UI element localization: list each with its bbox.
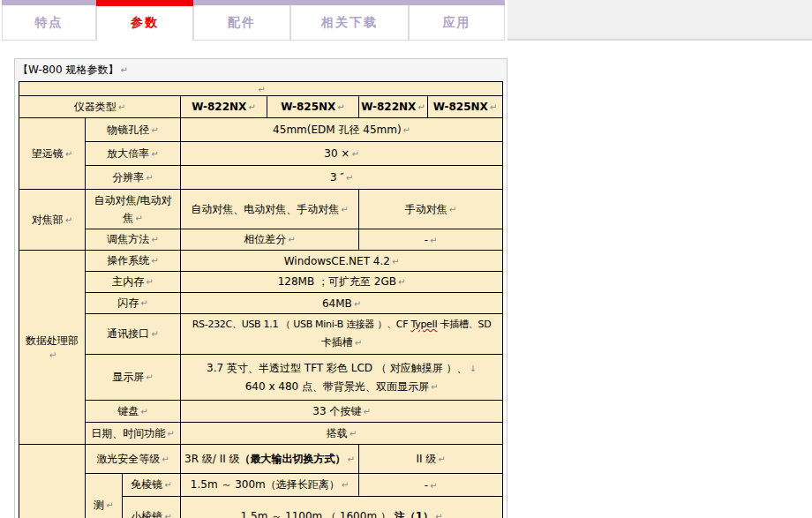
linebreak-mark: ↓: [470, 364, 477, 373]
return-mark: ↵: [248, 102, 255, 112]
spec-table-title: 【W-800 规格参数】↵: [15, 59, 507, 80]
return-mark: ↵: [392, 257, 399, 267]
return-mark: ↵: [417, 102, 425, 112]
row-reflectorless-value-right: -↵: [359, 474, 503, 497]
instrument-type-label: 仪器类型↵: [19, 96, 181, 118]
group-label: 数据处理部: [26, 334, 79, 347]
model-column-1: W-822NX↵: [181, 96, 267, 118]
row-laser-label: 激光安全等级↵: [86, 445, 181, 474]
row-autofocus-value-left: 自动对焦、电动对焦、手动对焦↵: [181, 190, 359, 229]
row-label: 闪存: [117, 297, 139, 309]
row-flash-label: 闪存↵: [86, 293, 181, 314]
group-label: 测: [94, 499, 104, 511]
cell-value: 64MB: [322, 297, 352, 310]
row-aperture-value: 45mm(EDM 孔径 45mm)↵: [181, 118, 503, 142]
cell-value: 33 个按键: [312, 405, 361, 417]
row-label: 显示屏: [112, 371, 144, 383]
cell-value: 搭载: [327, 427, 348, 439]
row-magnification-label: 放大倍率↵: [86, 142, 181, 166]
tab-accessories-label: 配件: [228, 15, 256, 31]
cell-value: 手动对焦: [405, 203, 447, 215]
row-label: 放大倍率: [107, 147, 149, 160]
return-mark: ↵: [342, 480, 349, 490]
cell-value: 640 x 480 点、带背景光、双面显示屏: [245, 380, 429, 393]
return-mark: ↵: [438, 454, 445, 464]
row-label: 主内存: [112, 275, 144, 288]
row-label: 物镜孔径: [107, 124, 149, 136]
cell-value: 相位差分: [244, 233, 286, 245]
return-mark: ↵: [351, 149, 358, 159]
model-name: W-825NX: [281, 101, 335, 113]
spec-table-container: 【W-800 规格参数】↵ ↵ 仪器类型↵ W-822NX↵ W-825NX↵ …: [14, 58, 508, 518]
row-reflectorless-value-left: 1.5m ～ 300m（选择长距离）↵: [181, 474, 359, 497]
return-mark: ↵: [151, 149, 158, 159]
cell-value: 自动对焦、电动对焦、手动对焦: [191, 203, 339, 215]
return-mark: ↵: [164, 480, 171, 490]
return-mark: ↵: [403, 125, 410, 135]
return-mark: ↵: [151, 256, 158, 266]
cell-value: -: [425, 479, 428, 492]
row-label: 调焦方法: [107, 233, 149, 245]
row-magnification-value: 30 ×↵: [181, 142, 503, 166]
tab-accessories[interactable]: 配件: [193, 0, 290, 41]
cell-value: 1.5m ～ 1100m （ 1600m ）: [241, 510, 395, 518]
group-focusing: 对焦部↵: [19, 190, 86, 251]
model-column-4: W-825NX↵: [428, 96, 503, 118]
row-label: 操作系统: [107, 254, 149, 267]
cell-value: 3R 级/ II 级: [184, 453, 240, 465]
group-label: 望远镜: [32, 147, 64, 160]
row-comm-value: RS-232C、USB 1.1 （ USB Mini-B 连接器 ）、CF Ty…: [181, 314, 503, 355]
model-name: W-822NX: [192, 101, 246, 113]
row-datetime-label: 日期、时间功能↵: [86, 423, 181, 445]
row-focus-method-value-left: 相位差分↵: [181, 229, 359, 251]
return-mark: ↵: [346, 173, 353, 183]
row-keyboard-label: 键盘↵: [86, 401, 181, 423]
row-laser-value-right: II 级↵: [359, 445, 503, 474]
return-mark: ↵: [146, 372, 153, 382]
row-comm-label: 通讯接口↵: [86, 314, 181, 355]
return-mark: ↵: [151, 125, 158, 135]
row-label: 分辨率: [112, 171, 144, 184]
tab-applications[interactable]: 应用: [409, 0, 505, 41]
return-mark: ↵: [363, 407, 370, 417]
row-autofocus-value-right: 手动对焦↵: [359, 190, 503, 229]
return-mark: ↵: [167, 429, 174, 439]
row-main-memory-value: 128MB ；可扩充至 2GB↵: [181, 272, 503, 293]
return-mark: ↵: [348, 454, 355, 464]
row-main-memory-label: 主内存↵: [86, 272, 181, 293]
return-mark: ↵: [151, 329, 158, 339]
return-mark: ↵: [435, 512, 442, 518]
row-aperture-label: 物镜孔径↵: [86, 118, 181, 142]
return-mark: ↵: [120, 65, 127, 75]
content-area: 【W-800 规格参数】↵ ↵ 仪器类型↵ W-822NX↵ W-825NX↵ …: [0, 41, 812, 518]
row-label: 自动对焦/电动对: [94, 194, 171, 206]
return-mark: ↵: [146, 173, 153, 183]
row-label: 激光安全等级: [96, 453, 160, 465]
return-mark: ↵: [135, 214, 142, 223]
tab-downloads[interactable]: 相关下载: [290, 0, 409, 41]
group-data-processing: 数据处理部↵: [19, 251, 86, 445]
spec-title-text: 【W-800 规格参数】: [18, 64, 118, 76]
return-mark: ↵: [146, 277, 153, 287]
instrument-type-text: 仪器类型: [74, 101, 117, 113]
tab-features-label: 特点: [35, 15, 64, 31]
tab-features[interactable]: 特点: [2, 0, 96, 41]
return-mark: ↵: [258, 85, 265, 94]
return-mark: ↵: [398, 277, 405, 287]
cell-value: RS-232C、USB 1.1 （ USB Mini-B 连接器 ）、CF: [192, 319, 411, 330]
return-mark: ↵: [337, 102, 344, 112]
row-mini-prism-value: 1.5m ～ 1100m （ 1600m ） 注（1）↵: [181, 497, 503, 518]
tab-downloads-label: 相关下载: [321, 15, 378, 31]
cell-value-bold: （最大输出切换方式）: [240, 453, 346, 465]
tab-parameters[interactable]: 参数: [96, 0, 193, 41]
return-mark: ↵: [354, 299, 361, 309]
row-display-value: 3.7 英寸、半透过型 TFT 彩色 LCD （ 对应触摸屏 ）、↓ 640 x…: [181, 355, 503, 401]
row-autofocus-label: 自动对焦/电动对 焦↵: [86, 190, 181, 229]
row-os-label: 操作系统↵: [86, 251, 181, 272]
row-flash-value: 64MB↵: [181, 293, 503, 314]
group-measuring-range: 测↵: [86, 474, 123, 518]
row-label: 小棱镜: [131, 510, 162, 518]
model-column-2: W-825NX↵: [267, 96, 359, 118]
row-laser-value-left: 3R 级/ II 级（最大输出切换方式）↵: [181, 445, 359, 474]
row-os-value: WindowsCE.NET 4.2↵: [181, 251, 503, 272]
